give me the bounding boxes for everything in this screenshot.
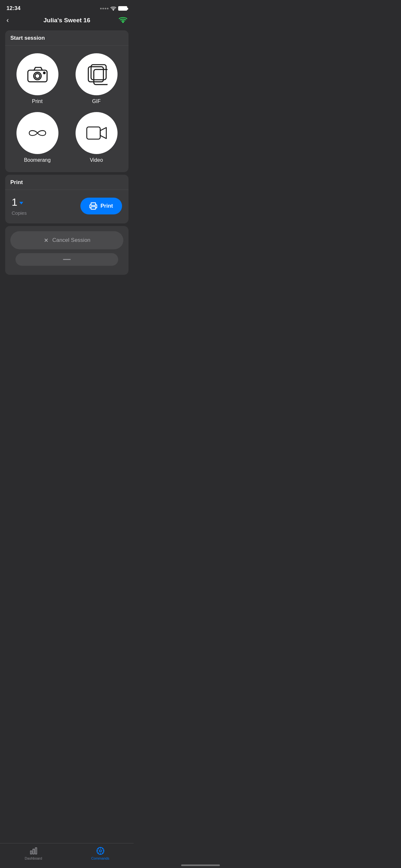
cancel-card: Cancel Session — [5, 226, 128, 275]
svg-point-12 — [95, 206, 96, 207]
back-button[interactable]: ‹ — [6, 16, 9, 25]
session-label-video: Video — [90, 157, 103, 163]
session-label-gif: GIF — [92, 98, 101, 104]
print-button[interactable]: Print — [81, 197, 122, 214]
gif-icon — [86, 63, 107, 85]
svg-point-4 — [35, 73, 40, 79]
start-session-card: Start session Print — [5, 30, 128, 172]
print-row: 1 Copies Print — [11, 196, 122, 216]
signal-icon — [100, 8, 109, 9]
battery-icon — [118, 6, 127, 11]
wifi-icon — [111, 6, 116, 11]
camera-icon — [27, 63, 49, 85]
session-item-gif[interactable]: GIF — [71, 53, 122, 104]
wifi-green-icon — [119, 17, 127, 24]
boomerang-circle — [17, 112, 58, 154]
copies-label: Copies — [11, 210, 27, 216]
session-label-boomerang: Boomerang — [24, 157, 51, 163]
x-icon — [43, 237, 49, 243]
infinity-icon — [27, 122, 49, 144]
svg-rect-9 — [87, 127, 100, 139]
session-item-video[interactable]: Video — [71, 112, 122, 163]
nav-title: Julia's Sweet 16 — [43, 17, 90, 24]
print-header: Print — [5, 175, 128, 190]
cancel-session-label: Cancel Session — [52, 237, 90, 244]
status-icons — [100, 6, 127, 11]
start-session-header: Start session — [5, 30, 128, 45]
status-bar: 12:34 — [0, 0, 134, 14]
svg-rect-11 — [91, 207, 96, 209]
partial-action-button[interactable] — [16, 253, 118, 266]
svg-point-1 — [123, 22, 124, 23]
partial-indicator — [63, 259, 71, 260]
print-section: 1 Copies Print — [5, 190, 128, 223]
print-card: Print 1 Copies — [5, 175, 128, 223]
status-time: 12:34 — [6, 5, 20, 11]
copies-number[interactable]: 1 — [11, 196, 27, 208]
printer-icon — [89, 202, 97, 210]
svg-rect-10 — [91, 203, 96, 206]
session-item-boomerang[interactable]: Boomerang — [11, 112, 63, 163]
session-item-print[interactable]: Print — [11, 53, 63, 104]
session-label-print: Print — [32, 98, 42, 104]
cancel-session-button[interactable]: Cancel Session — [10, 231, 123, 249]
copies-dropdown-arrow[interactable] — [19, 202, 23, 205]
svg-point-0 — [113, 10, 114, 10]
print-button-label: Print — [100, 203, 113, 209]
copies-col: 1 Copies — [11, 196, 27, 216]
copies-value: 1 — [11, 196, 18, 208]
video-icon — [86, 122, 107, 144]
session-grid: Print GIF — [5, 45, 128, 172]
svg-point-5 — [43, 72, 45, 73]
gif-circle — [75, 53, 118, 95]
nav-bar: ‹ Julia's Sweet 16 — [0, 14, 134, 28]
video-circle — [75, 112, 118, 154]
print-circle — [17, 53, 58, 95]
